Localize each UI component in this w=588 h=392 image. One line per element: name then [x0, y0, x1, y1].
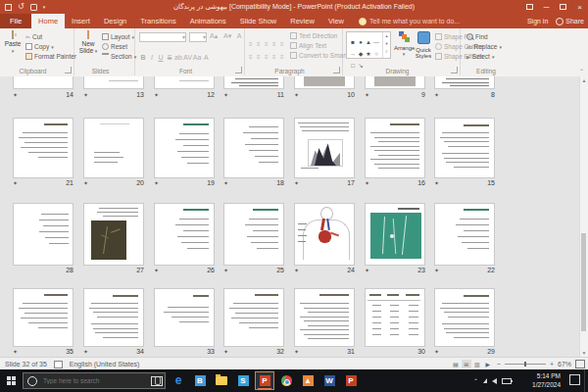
slide-thumbnail-18[interactable] [223, 118, 284, 178]
align-center-icon[interactable]: ≡ [257, 54, 264, 61]
word-icon[interactable]: W [319, 371, 339, 390]
start-slideshow-icon[interactable] [30, 4, 37, 11]
tab-design[interactable]: Design [97, 14, 133, 28]
justify-icon[interactable]: ≡ [272, 54, 279, 61]
drawing-dialog-launcher-icon[interactable] [451, 67, 458, 74]
shape-glyph-icon[interactable]: → [349, 50, 357, 58]
vertical-scrollbar[interactable]: ▲ ▼ [579, 76, 588, 357]
slide-thumbnail-33[interactable] [154, 288, 215, 347]
normal-view-icon[interactable]: ▤ [451, 360, 461, 368]
fit-slide-to-window-icon[interactable] [575, 360, 585, 368]
slide-thumbnail-9[interactable] [365, 76, 425, 89]
slide-thumbnail-17[interactable] [294, 118, 355, 178]
reading-view-icon[interactable]: ▥ [472, 360, 482, 368]
section-button[interactable]: Section▾ [102, 53, 136, 60]
columns-icon[interactable]: ≡ [280, 54, 287, 61]
text-direction-button[interactable]: Text Direction [290, 32, 337, 39]
battery-icon[interactable] [502, 378, 512, 384]
clipboard-dialog-launcher-icon[interactable] [65, 67, 72, 74]
font-name-combobox[interactable]: ▾ [139, 32, 186, 42]
slide-thumbnail-30[interactable] [365, 288, 425, 347]
scroll-down-icon[interactable]: ▼ [580, 350, 588, 356]
slide-thumbnail-28[interactable] [13, 203, 74, 266]
font-toggle-i-icon[interactable]: I [148, 54, 156, 61]
align-text-button[interactable]: Align Text [290, 42, 326, 49]
slide-thumbnail-27[interactable] [83, 203, 144, 266]
close-icon[interactable]: × [571, 0, 588, 14]
tab-insert[interactable]: Insert [65, 14, 97, 28]
decrease-font-size-icon[interactable]: A▾ [223, 32, 231, 40]
slideshow-view-icon[interactable]: ▶ [483, 360, 493, 368]
font-toggle-s-icon[interactable]: S [166, 54, 173, 61]
font-toggle-a-icon[interactable]: A [202, 54, 210, 61]
tab-review[interactable]: Review [283, 14, 321, 28]
scrollbar-thumb[interactable] [581, 233, 586, 331]
ribbon-display-options-icon[interactable] [521, 0, 538, 14]
font-toggle-av-icon[interactable]: AV [183, 54, 192, 61]
zoom-percentage[interactable]: 67% [558, 361, 571, 368]
show-desktop-button[interactable] [584, 369, 588, 392]
slide-thumbnail-21[interactable] [13, 118, 74, 178]
slide-thumbnail-8[interactable] [434, 76, 495, 89]
paragraph-dialog-launcher-icon[interactable] [333, 67, 340, 74]
slide-thumbnail-19[interactable] [154, 118, 215, 178]
edge-icon[interactable]: e [169, 371, 188, 390]
spellcheck-icon[interactable] [54, 361, 63, 368]
shape-glyph-icon[interactable]: ▲ [365, 38, 372, 46]
slide-thumbnail-15[interactable] [434, 118, 495, 178]
font-dialog-launcher-icon[interactable] [235, 67, 242, 74]
task-view-icon[interactable] [147, 371, 167, 390]
scroll-up-icon[interactable]: ▲ [580, 77, 588, 83]
font-toggle-ab-icon[interactable]: ab [174, 54, 182, 61]
format-painter-button[interactable]: Format Painter [25, 53, 76, 60]
shape-glyph-icon[interactable]: ● [357, 38, 365, 46]
zoom-out-icon[interactable]: − [497, 361, 501, 368]
slide-thumbnail-24[interactable] [294, 203, 355, 266]
shape-glyph-icon[interactable]: ◆ [357, 50, 365, 58]
reset-button[interactable]: Reset [102, 43, 127, 50]
powerpoint-active-icon[interactable]: P [255, 371, 274, 390]
slide-thumbnail-32[interactable] [223, 288, 284, 347]
select-button[interactable]: ▶ Select▾ [466, 53, 494, 60]
slide-thumbnail-26[interactable] [154, 203, 215, 266]
slide-thumbnail-31[interactable] [294, 288, 355, 347]
slide-thumbnail-23[interactable] [365, 203, 425, 266]
slide-thumbnail-11[interactable] [223, 76, 284, 89]
slide-thumbnail-25[interactable] [223, 203, 284, 266]
volume-icon[interactable] [492, 378, 497, 384]
skype-icon[interactable]: S [233, 371, 253, 390]
media-player-icon[interactable]: ▲ [298, 371, 318, 390]
share-button[interactable]: Share [556, 18, 584, 25]
restore-icon[interactable] [555, 0, 571, 14]
font-size-combobox[interactable]: ▾ [189, 32, 207, 42]
font-toggle-aa-icon[interactable]: Aa [193, 54, 202, 61]
start-button[interactable] [0, 369, 22, 392]
file-explorer-icon[interactable] [212, 371, 231, 390]
slide-thumbnail-13[interactable] [83, 76, 144, 89]
tab-transitions[interactable]: Transitions [133, 14, 182, 28]
chrome-icon[interactable] [276, 371, 296, 390]
replace-button[interactable]: ab Replace▾ [466, 43, 502, 50]
align-right-icon[interactable]: ≡ [265, 54, 271, 61]
tab-home[interactable]: Home [31, 14, 65, 28]
shape-glyph-icon[interactable]: — [372, 38, 380, 46]
copy-button[interactable]: Copy▾ [25, 43, 54, 50]
slide-thumbnail-14[interactable] [13, 76, 74, 89]
shapes-gallery-scroll[interactable]: ▲▼≡ [382, 32, 390, 58]
tab-slide-show[interactable]: Slide Show [233, 14, 284, 28]
paste-button[interactable]: Paste ▾ [3, 31, 23, 54]
align-left-icon[interactable]: ≡ [249, 54, 256, 61]
clear-formatting-icon[interactable]: A [235, 32, 243, 39]
slide-thumbnail-22[interactable] [434, 203, 495, 266]
undo-icon[interactable]: ↺ [18, 3, 24, 11]
slide-thumbnail-29[interactable] [434, 288, 495, 347]
font-toggle-b-icon[interactable]: B [139, 54, 147, 61]
slide-sorter-view-icon[interactable]: ⊞ [462, 360, 471, 368]
collapse-ribbon-icon[interactable]: ⌃ [579, 68, 584, 74]
action-center-icon[interactable] [569, 374, 580, 385]
shapes-gallery[interactable]: ■●▲—→◆★○□↘ ▲▼≡ [346, 31, 391, 59]
find-button[interactable]: Find [466, 33, 488, 40]
search-input[interactable] [41, 376, 151, 385]
shape-glyph-icon[interactable]: ■ [349, 38, 357, 46]
save-icon[interactable] [5, 4, 12, 11]
